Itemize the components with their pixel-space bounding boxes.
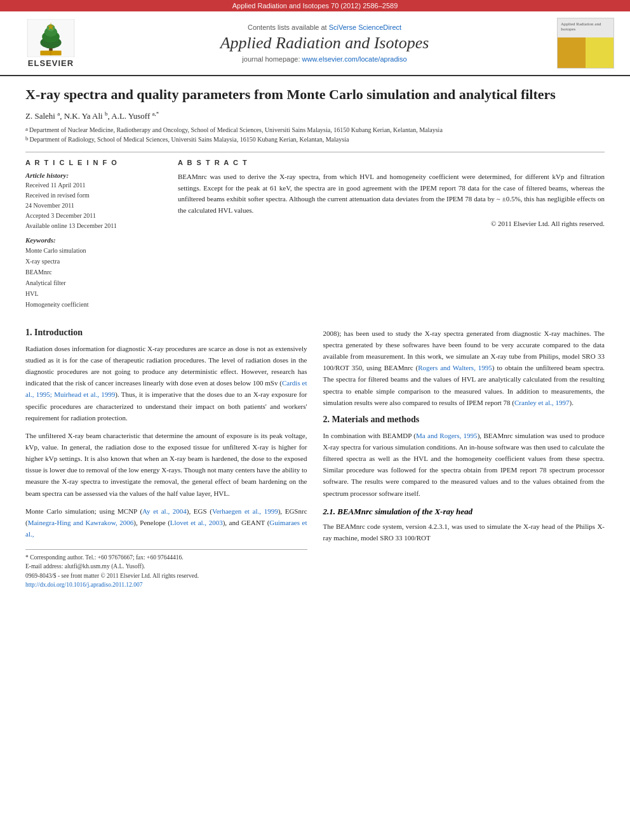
- journal-title-area: Contents lists available at SciVerse Sci…: [92, 23, 557, 63]
- thumb-bright-block: [586, 37, 613, 68]
- intro-label: Introduction: [34, 328, 83, 337]
- ref-llovet[interactable]: Llovet et al., 2003: [170, 519, 223, 526]
- keywords-label: Keywords:: [25, 236, 165, 244]
- body-left-column: 1. Introduction Radiation doses informat…: [25, 328, 307, 589]
- affiliation-a: a Department of Nuclear Medicine, Radiot…: [25, 125, 605, 135]
- footnote-email: E-mail address: alutfi@kh.usm.my (A.L. Y…: [25, 562, 307, 571]
- elsevier-logo: ELSEVIER: [10, 19, 92, 68]
- contents-text: Contents lists available at: [248, 23, 327, 31]
- ref-ma[interactable]: Ma and Rogers, 1995: [416, 432, 478, 439]
- section2-number: 2.: [323, 415, 330, 424]
- thumb-yellow-block: [558, 37, 586, 68]
- footnote-issn: 0969-8043/$ - see front matter © 2011 El…: [25, 571, 307, 580]
- abstract-section: A B S T R A C T BEAMnrc was used to deri…: [178, 159, 605, 315]
- affil-sup-b: b: [25, 135, 29, 143]
- keyword-6: Homogeneity coefficient: [25, 299, 165, 310]
- authors-line: Z. Salehi a, N.K. Ya Ali b, A.L. Yusoff …: [25, 110, 605, 121]
- contents-line: Contents lists available at SciVerse Sci…: [98, 23, 551, 31]
- author-sup-a: a: [57, 110, 60, 117]
- footnote-area: * Corresponding author. Tel.: +60 976766…: [25, 549, 307, 589]
- section2-sub-title: 2.1. BEAMnrc simulation of the X-ray hea…: [323, 507, 605, 517]
- keywords-list: Monte Carlo simulation X-ray spectra BEA…: [25, 245, 165, 310]
- right-para2: In combination with BEAMDP (Ma and Roger…: [323, 430, 605, 499]
- received-revised-date: 24 November 2011: [25, 201, 165, 211]
- elsevier-brand-text: ELSEVIER: [28, 58, 74, 68]
- homepage-url[interactable]: www.elsevier.com/locate/apradiso: [302, 55, 407, 63]
- available-text: Available online 13 December 2011: [25, 221, 165, 231]
- journal-homepage: journal homepage: www.elsevier.com/locat…: [98, 55, 551, 63]
- footnote-corresponding: * Corresponding author. Tel.: +60 976766…: [25, 553, 307, 562]
- footnote-doi: http://dx.doi.org/10.1016/j.apradiso.201…: [25, 580, 307, 589]
- keyword-2: X-ray spectra: [25, 256, 165, 267]
- intro-para3: Monte Carlo simulation; using MCNP (Ay e…: [25, 505, 307, 540]
- citation-text: Applied Radiation and Isotopes 70 (2012)…: [232, 2, 398, 10]
- journal-citation-bar: Applied Radiation and Isotopes 70 (2012)…: [0, 0, 630, 11]
- right-para1: 2008); has been used to study the X-ray …: [323, 328, 605, 408]
- info-abstract-row: A R T I C L E I N F O Article history: R…: [25, 159, 605, 315]
- journal-name: Applied Radiation and Isotopes: [98, 34, 551, 53]
- article-info-section: A R T I C L E I N F O Article history: R…: [25, 159, 165, 315]
- ref-cardis[interactable]: Cardis et al., 1995; Muirhead et al., 19…: [25, 379, 307, 398]
- publisher-logo-area: ELSEVIER: [10, 19, 92, 68]
- article-title: X-ray spectra and quality parameters fro…: [25, 86, 605, 104]
- ref-rogers[interactable]: Rogers and Walters, 1995: [418, 364, 492, 371]
- article-info-label: A R T I C L E I N F O: [25, 159, 165, 166]
- elsevier-tree-icon: [25, 19, 76, 57]
- keyword-1: Monte Carlo simulation: [25, 245, 165, 256]
- accepted-text: Accepted 3 December 2011: [25, 211, 165, 221]
- keyword-4: Analytical filter: [25, 277, 165, 288]
- intro-para2: The unfiltered X-ray beam characteristic…: [25, 430, 307, 499]
- history-group: Article history: Received 11 April 2011 …: [25, 171, 165, 231]
- main-content: X-ray spectra and quality parameters fro…: [0, 76, 630, 602]
- author-sup-b: b: [105, 110, 108, 117]
- copyright-text: © 2011 Elsevier Ltd. All rights reserved…: [178, 220, 605, 227]
- body-right-column: 2008); has been used to study the X-ray …: [323, 328, 605, 589]
- sciverse-link[interactable]: SciVerse ScienceDirect: [329, 23, 401, 31]
- affiliation-b: b Department of Radiology, School of Med…: [25, 135, 605, 144]
- affil-a-text: Department of Nuclear Medicine, Radiothe…: [29, 125, 443, 135]
- abstract-text: BEAMnrc was used to derive the X-ray spe…: [178, 171, 605, 216]
- doi-link[interactable]: http://dx.doi.org/10.1016/j.apradiso.201…: [25, 582, 142, 588]
- section2-title: 2. Materials and methods: [323, 415, 605, 425]
- page: Applied Radiation and Isotopes 70 (2012)…: [0, 0, 630, 840]
- keywords-group: Keywords: Monte Carlo simulation X-ray s…: [25, 236, 165, 310]
- thumb-top-section: Applied Radiation andIsotopes: [558, 18, 613, 37]
- ref-ay[interactable]: Ay et al., 2004: [142, 507, 187, 515]
- journal-cover-thumbnail: Applied Radiation andIsotopes: [557, 18, 614, 69]
- received-revised-text: Received in revised form: [25, 190, 165, 201]
- ref-verhaegen[interactable]: Verhaegen et al., 1999: [212, 507, 278, 515]
- intro-title: 1. Introduction: [25, 328, 307, 338]
- main-body: 1. Introduction Radiation doses informat…: [25, 328, 605, 589]
- right-para3: The BEAMnrc code system, version 4.2.3.1…: [323, 521, 605, 543]
- journal-thumbnail-area: Applied Radiation andIsotopes: [557, 18, 620, 69]
- affiliations: a Department of Nuclear Medicine, Radiot…: [25, 125, 605, 144]
- homepage-label: journal homepage:: [242, 55, 300, 63]
- keyword-3: BEAMnrc: [25, 267, 165, 277]
- journal-header: ELSEVIER Contents lists available at Sci…: [0, 11, 630, 76]
- intro-para1: Radiation doses information for diagnost…: [25, 343, 307, 423]
- history-label: Article history:: [25, 171, 165, 179]
- author-sup-a2: a,*: [152, 110, 159, 117]
- ref-mainegra[interactable]: Mainegra-Hing and Kawrakow, 2006: [28, 519, 134, 526]
- affil-sup-a: a: [25, 125, 28, 134]
- header-divider: [25, 152, 605, 152]
- thumb-bottom-section: [558, 37, 613, 68]
- section2-label: Materials and methods: [332, 415, 420, 424]
- abstract-label: A B S T R A C T: [178, 159, 605, 166]
- affil-b-text: Department of Radiology, School of Medic…: [30, 135, 349, 144]
- received-text: Received 11 April 2011: [25, 180, 165, 190]
- keyword-5: HVL: [25, 288, 165, 299]
- intro-number: 1.: [25, 328, 32, 337]
- ref-cranley[interactable]: Cranley et al., 1997: [514, 399, 569, 406]
- thumb-journal-label: Applied Radiation andIsotopes: [560, 20, 612, 33]
